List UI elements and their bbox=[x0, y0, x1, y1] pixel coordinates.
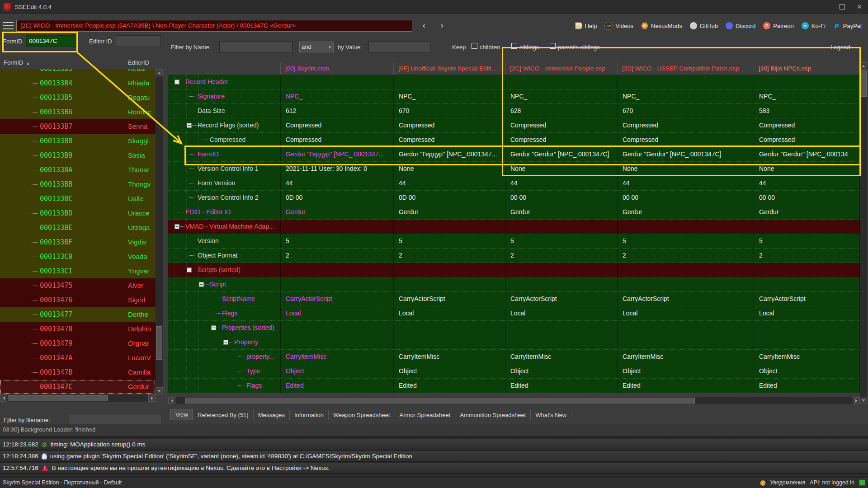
scroll-thumb[interactable] bbox=[185, 398, 695, 404]
grid-cell[interactable] bbox=[505, 220, 618, 234]
expander-minus-icon[interactable] bbox=[187, 123, 192, 128]
nav-back-button[interactable]: ‹ bbox=[418, 20, 430, 32]
grid-row-label-cell[interactable]: Property bbox=[168, 335, 281, 350]
grid-cell[interactable] bbox=[754, 335, 860, 350]
grid-header-plugin-column[interactable]: [00] Skyrim.esm bbox=[281, 62, 394, 75]
grid-row-label-cell[interactable]: Type bbox=[168, 364, 281, 379]
formid-row[interactable]: 0001347CGerdur bbox=[0, 380, 156, 394]
grid-cell[interactable] bbox=[754, 75, 860, 89]
grid-cell[interactable]: 5 bbox=[754, 234, 860, 249]
grid-cell[interactable]: Gerdur bbox=[618, 205, 754, 220]
grid-cell[interactable]: Gerdur bbox=[754, 205, 860, 220]
filter-value-input[interactable] bbox=[368, 42, 430, 52]
expander-minus-icon[interactable] bbox=[175, 224, 179, 229]
grid-cell[interactable]: Gerdur "Gerdur" [NPC_:000134 bbox=[754, 147, 860, 162]
link-help[interactable]: Help bbox=[575, 22, 597, 29]
legend-button[interactable]: Legend bbox=[830, 44, 850, 51]
grid-cell[interactable]: Gerdur "Gerdur" [NPC_:0001347C] bbox=[618, 147, 754, 162]
grid-row-label-cell[interactable]: Form Version bbox=[168, 176, 281, 191]
tab-view[interactable]: View bbox=[170, 409, 193, 420]
grid-cell[interactable]: 0D 00 bbox=[394, 191, 505, 205]
grid-cell[interactable] bbox=[754, 263, 860, 277]
grid-cell[interactable]: 00 00 bbox=[754, 191, 860, 205]
grid-cell[interactable]: None bbox=[505, 162, 618, 176]
scroll-left-icon[interactable] bbox=[168, 397, 175, 404]
grid-row-label-cell[interactable]: Version bbox=[168, 234, 281, 249]
grid-cell[interactable]: NPC_ bbox=[505, 89, 618, 104]
formid-row[interactable]: 000133B5Rogatu bbox=[0, 90, 156, 105]
grid-cell[interactable]: Object bbox=[281, 364, 394, 379]
formid-row[interactable]: 000133BAThonar bbox=[0, 163, 156, 177]
grid-cell[interactable]: Compressed bbox=[281, 118, 394, 133]
formid-row[interactable]: 000133B4Rhiada bbox=[0, 76, 156, 90]
editorid-input[interactable] bbox=[116, 35, 161, 47]
grid-header-plugin-column[interactable]: [2C] WICO - Immersive People.esp bbox=[505, 62, 618, 75]
grid-cell[interactable]: Gerdur "Gerdur" [NPC_:0001347C] bbox=[505, 147, 618, 162]
left-tree-vscrollbar[interactable] bbox=[156, 69, 163, 394]
grid-cell[interactable] bbox=[618, 277, 754, 292]
grid-cell[interactable]: 2 bbox=[618, 249, 754, 263]
grid-cell[interactable] bbox=[618, 75, 754, 89]
grid-cell[interactable]: Local bbox=[618, 306, 754, 321]
formid-row[interactable]: 000133B7Senna bbox=[0, 119, 156, 134]
grid-cell[interactable]: None bbox=[394, 162, 505, 176]
grid-row-label-cell[interactable]: Script bbox=[168, 277, 281, 292]
formid-row[interactable]: 0001347BCamilla bbox=[0, 365, 156, 380]
notifications-label[interactable]: Уведомления bbox=[770, 479, 805, 486]
grid-cell[interactable]: None bbox=[618, 162, 754, 176]
maximize-button[interactable] bbox=[834, 0, 851, 14]
grid-cell[interactable]: Compressed bbox=[394, 133, 505, 147]
scroll-up-icon[interactable] bbox=[860, 62, 867, 70]
tab-referenced-by-51-[interactable]: Referenced By (51) bbox=[193, 410, 254, 420]
tab-armor-spreadsheet[interactable]: Armor Spreadsheet bbox=[395, 410, 456, 420]
minimize-button[interactable] bbox=[816, 0, 834, 14]
link-ko-fi[interactable]: ♥Ko-Fi bbox=[802, 22, 826, 29]
grid-row-label-cell[interactable]: Scripts (sorted) bbox=[168, 263, 281, 277]
grid-cell[interactable] bbox=[394, 335, 505, 350]
grid-cell[interactable]: Compressed bbox=[281, 133, 394, 147]
grid-row-label-cell[interactable]: Data Size bbox=[168, 104, 281, 118]
grid-cell[interactable] bbox=[281, 335, 394, 350]
grid-cell[interactable]: Edited bbox=[281, 379, 394, 393]
grid-cell[interactable]: CarryActorScript bbox=[618, 292, 754, 306]
grid-cell[interactable] bbox=[281, 277, 394, 292]
grid-header-plugin-column[interactable]: [30] Bijin NPCs.esp bbox=[754, 62, 860, 75]
grid-cell[interactable]: Local bbox=[281, 306, 394, 321]
formid-row[interactable]: 00013476Sigrid bbox=[0, 293, 156, 307]
grid-row-label-cell[interactable]: Version Control Info 1 bbox=[168, 162, 281, 176]
grid-cell[interactable]: 2 bbox=[505, 249, 618, 263]
grid-cell[interactable]: CarryItemMisc bbox=[505, 350, 618, 364]
grid-cell[interactable]: CarryActorScript bbox=[394, 292, 505, 306]
grid-cell[interactable]: Compressed bbox=[754, 133, 860, 147]
formid-row[interactable]: 000133B9Sosia bbox=[0, 148, 156, 163]
grid-cell[interactable]: Object bbox=[505, 364, 618, 379]
grid-cell[interactable]: 2 bbox=[281, 249, 394, 263]
scroll-thumb[interactable] bbox=[860, 70, 867, 97]
grid-cell[interactable]: Object bbox=[618, 364, 754, 379]
formid-row[interactable]: 000133B6Rondac bbox=[0, 105, 156, 119]
grid-cell[interactable]: Compressed bbox=[754, 118, 860, 133]
grid-cell[interactable] bbox=[394, 263, 505, 277]
expander-minus-icon[interactable] bbox=[223, 340, 228, 345]
grid-row-label-cell[interactable]: Version Control Info 2 bbox=[168, 191, 281, 205]
grid-row-label-cell[interactable]: Properties (sorted) bbox=[168, 321, 281, 335]
grid-row-label-cell[interactable]: property... bbox=[168, 350, 281, 364]
grid-cell[interactable] bbox=[394, 220, 505, 234]
scroll-right-icon[interactable] bbox=[148, 394, 156, 402]
grid-cell[interactable]: 670 bbox=[394, 104, 505, 118]
grid-cell[interactable]: 5 bbox=[618, 234, 754, 249]
grid-cell[interactable]: Local bbox=[394, 306, 505, 321]
grid-cell[interactable]: NPC_ bbox=[394, 89, 505, 104]
grid-cell[interactable] bbox=[394, 321, 505, 335]
formid-row[interactable]: 0001347ALucanV bbox=[0, 351, 156, 365]
grid-cell[interactable]: Compressed bbox=[505, 133, 618, 147]
grid-cell[interactable]: 670 bbox=[618, 104, 754, 118]
grid-cell[interactable]: Compressed bbox=[618, 133, 754, 147]
scroll-right-icon[interactable] bbox=[853, 397, 860, 404]
grid-row-label-cell[interactable]: VMAD - Virtual Machine Adap... bbox=[168, 220, 281, 234]
grid-header-plugin-column[interactable]: [0F] Unofficial Skyrim Special Editi... bbox=[394, 62, 505, 75]
grid-header-plugin-column[interactable]: [2D] WICO - USSEP Compatible Patch.esp bbox=[618, 62, 754, 75]
scroll-down-icon[interactable] bbox=[860, 397, 867, 404]
grid-cell[interactable]: 0D 00 bbox=[281, 191, 394, 205]
grid-cell[interactable]: 628 bbox=[505, 104, 618, 118]
